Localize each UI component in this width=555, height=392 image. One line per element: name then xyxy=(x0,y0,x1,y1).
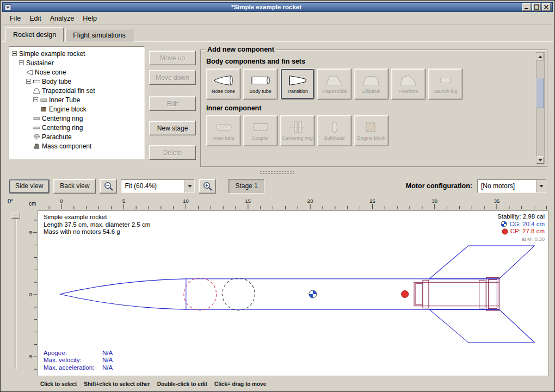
top-section: Simple example rocketSustainerNose coneB… xyxy=(2,42,553,169)
menubar: FileEditAnalyzeHelp xyxy=(2,12,553,25)
body-tube-button[interactable]: Body tube xyxy=(243,69,278,99)
centering-ring-button[interactable]: Centering ring xyxy=(280,115,314,146)
rocket-canvas[interactable]: Simple example rocketLength 37.5 cm, max… xyxy=(38,210,548,376)
new-stage-button[interactable]: New stage xyxy=(149,121,196,135)
engine-block-icon xyxy=(40,106,47,113)
rocket-info-block: Simple example rocketLength 37.5 cm, max… xyxy=(44,214,150,236)
transition-button[interactable]: Transition xyxy=(280,69,314,99)
tree-item-centering-ring[interactable]: Centering ring xyxy=(10,123,143,132)
tree-item-simple-example-rocket[interactable]: Simple example rocket xyxy=(10,49,143,58)
move-down-button[interactable]: Move down xyxy=(149,70,196,85)
motor-configuration-value: [No motors] xyxy=(478,180,536,192)
component-button-label: Nose cone xyxy=(212,89,235,95)
tree-item-label: Mass component xyxy=(42,142,91,150)
rotation-slider-thumb[interactable] xyxy=(11,213,20,219)
zoom-out-button[interactable] xyxy=(100,179,117,194)
scrollbar-thumb[interactable] xyxy=(536,78,544,108)
tree-item-nose-cone[interactable]: Nose cone xyxy=(10,67,143,77)
canvas-region: 0° cm 05101520253035 -505 xyxy=(2,196,553,378)
bulkhead-button[interactable]: Bulkhead xyxy=(317,115,351,146)
stage-1-toggle[interactable]: Stage 1 xyxy=(229,179,264,194)
flight-stat-row: Max. velocity:N/A xyxy=(44,357,113,364)
fin-trapezoidal-icon xyxy=(33,88,40,94)
bulkhead-btn-icon xyxy=(324,120,346,134)
flight-stat-row: Apogee:N/A xyxy=(44,350,113,357)
elliptical-button[interactable]: Elliptical xyxy=(354,69,388,99)
tree-item-label: Inner Tube xyxy=(49,96,80,104)
component-button-label: Freeform xyxy=(398,89,418,95)
delete-button[interactable]: Delete xyxy=(149,145,196,160)
tree-item-inner-tube[interactable]: Inner Tube xyxy=(10,95,143,104)
innertube-btn-icon xyxy=(213,120,235,134)
menu-help[interactable]: Help xyxy=(78,13,101,24)
tree-item-centering-ring[interactable]: Centering ring xyxy=(10,114,143,123)
scroll-down-icon[interactable] xyxy=(536,156,544,164)
status-hint: Shift+click to select other xyxy=(84,381,150,387)
coupler-button[interactable]: Coupler xyxy=(243,115,278,146)
centering-ring-fore-outline xyxy=(423,280,429,308)
close-button[interactable] xyxy=(542,3,551,11)
tree-item-sustainer[interactable]: Sustainer xyxy=(10,58,143,67)
scroll-up-icon[interactable] xyxy=(536,53,544,60)
zoom-value: Fit (60.4%) xyxy=(121,180,184,192)
tree-item-label: Engine block xyxy=(49,105,87,113)
split-pane-divider[interactable] xyxy=(2,169,553,176)
tree-actions: Move upMove downEditNew stageDelete xyxy=(149,46,196,167)
expander-minus-icon[interactable] xyxy=(33,97,39,103)
mass-component-outline xyxy=(223,278,255,310)
titlebar[interactable]: *Simple example rocket xyxy=(2,2,553,12)
splitter-grip[interactable] xyxy=(260,170,295,175)
maximize-button[interactable] xyxy=(532,3,541,11)
back-view-button[interactable]: Back view xyxy=(53,179,96,194)
window-menu-icon[interactable] xyxy=(4,4,11,11)
move-up-button[interactable]: Move up xyxy=(149,51,196,65)
menu-analyze[interactable]: Analyze xyxy=(46,13,78,24)
engine-block-button[interactable]: Engine block xyxy=(354,115,388,146)
tree-item-body-tube[interactable]: Body tube xyxy=(10,77,143,86)
component-button-label: Engine block xyxy=(357,136,386,141)
svg-text:30: 30 xyxy=(431,198,437,204)
side-view-button[interactable]: Side view xyxy=(9,179,50,194)
tree-item-mass-component[interactable]: Mass component xyxy=(10,141,143,151)
chevron-down-icon[interactable] xyxy=(184,180,194,192)
tree-item-label: Body tube xyxy=(42,78,71,85)
tab-rocket-design[interactable]: Rocket design xyxy=(5,27,64,42)
chevron-down-icon[interactable] xyxy=(536,180,546,192)
component-scrollbar[interactable] xyxy=(536,52,545,164)
launch-lug-button[interactable]: Launch lug xyxy=(428,69,462,99)
expander-minus-icon[interactable] xyxy=(19,60,24,66)
svg-text:0: 0 xyxy=(60,198,63,204)
inner-tube-button[interactable]: Inner tube xyxy=(206,115,240,146)
expander-minus-icon[interactable] xyxy=(12,51,17,57)
tree-item-parachute[interactable]: Parachute xyxy=(10,132,143,141)
component-tree[interactable]: Simple example rocketSustainerNose coneB… xyxy=(9,46,145,159)
zoom-in-button[interactable] xyxy=(199,179,216,194)
expander-minus-icon[interactable] xyxy=(26,78,32,85)
tree-item-label: Simple example rocket xyxy=(19,50,85,58)
svg-text:25: 25 xyxy=(369,198,375,204)
rotation-slider[interactable] xyxy=(13,213,18,369)
bodytube-btn-icon xyxy=(250,73,272,88)
freeform-button[interactable]: Freeform xyxy=(391,69,425,99)
zoom-select[interactable]: Fit (60.4%) xyxy=(121,179,195,193)
minimize-button[interactable] xyxy=(522,3,531,11)
tree-item-trapezoidal-fin-set[interactable]: Trapezoidal fin set xyxy=(10,86,143,95)
component-button-label: Bulkhead xyxy=(324,136,345,141)
tree-item-engine-block[interactable]: Engine block xyxy=(10,104,143,114)
vertical-ruler: -505 xyxy=(26,210,38,377)
rotation-slider-track[interactable] xyxy=(15,214,17,369)
elliptical-btn-icon xyxy=(361,73,383,88)
component-button-row: Nose coneBody tubeTransitionTrapezoidalE… xyxy=(206,69,533,99)
parachute-icon xyxy=(33,134,40,140)
svg-text:0: 0 xyxy=(29,291,32,297)
cp-icon xyxy=(502,228,508,235)
trapezoidal-button[interactable]: Trapezoidal xyxy=(317,69,351,99)
menu-file[interactable]: File xyxy=(5,13,25,24)
nose-cone-button[interactable]: Nose cone xyxy=(206,69,240,99)
motor-configuration-select[interactable]: [No motors] xyxy=(477,179,546,193)
menu-edit[interactable]: Edit xyxy=(25,13,46,24)
cp-value: CP: 27.8 cm xyxy=(510,228,545,235)
tab-flight-simulations[interactable]: Flight simulations xyxy=(65,29,133,42)
edit-button[interactable]: Edit xyxy=(149,96,196,111)
flight-stat-value: N/A xyxy=(102,350,113,356)
